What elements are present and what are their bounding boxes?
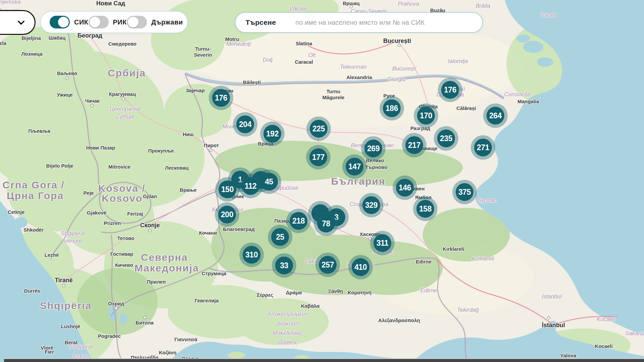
toggle-track[interactable] xyxy=(127,16,147,28)
cluster-marker[interactable]: 204 xyxy=(236,116,254,133)
cluster-count: 147 xyxy=(348,162,361,171)
cluster-count: 112 xyxy=(245,182,257,191)
layer-toggle[interactable]: РИК xyxy=(89,16,127,28)
cluster-count: 3 xyxy=(334,213,338,222)
toggle-knob xyxy=(90,17,100,27)
cluster-count: 192 xyxy=(266,129,279,138)
toggle-track[interactable] xyxy=(89,16,109,28)
toggle-knob xyxy=(128,17,139,27)
cluster-marker[interactable]: 329 xyxy=(363,196,380,214)
cluster-count: 158 xyxy=(419,204,432,214)
cluster-marker[interactable]: 269 xyxy=(365,140,382,158)
cluster-count: 176 xyxy=(444,85,457,95)
cluster-marker[interactable]: 375 xyxy=(456,183,474,201)
layer-toggle-bar: СИК РИК Държави xyxy=(40,11,188,33)
toggle-track[interactable] xyxy=(50,16,70,28)
cluster-count: 186 xyxy=(386,104,398,113)
layer-toggle[interactable]: СИК xyxy=(50,16,89,28)
cluster-count: 176 xyxy=(215,94,227,103)
search-label: Търсене xyxy=(246,18,276,26)
bottom-edge-bar xyxy=(4,358,644,362)
cluster-marker[interactable]: 311 xyxy=(374,234,391,252)
cluster-marker[interactable]: 257 xyxy=(319,256,337,274)
cluster-marker[interactable]: 177 xyxy=(310,148,327,166)
cluster-marker[interactable]: 146 xyxy=(396,179,414,197)
cluster-marker[interactable]: 264 xyxy=(487,107,504,125)
cluster-count: 200 xyxy=(221,210,233,219)
search-input[interactable] xyxy=(295,18,477,27)
cluster-marker[interactable]: 45 xyxy=(260,173,278,191)
cluster-count: 45 xyxy=(265,177,273,186)
cluster-marker[interactable]: 217 xyxy=(406,136,423,154)
cluster-count: 170 xyxy=(420,111,432,120)
cluster-count: 310 xyxy=(246,250,258,259)
cluster-count: 146 xyxy=(399,183,411,192)
cluster-marker[interactable]: 78 xyxy=(317,215,335,233)
cluster-count: 410 xyxy=(355,263,367,272)
cluster-marker[interactable]: 112 xyxy=(242,177,260,195)
cluster-marker[interactable]: 410 xyxy=(352,258,370,276)
cluster-marker[interactable]: 150 xyxy=(219,181,236,198)
cluster-count: 269 xyxy=(367,144,380,153)
cluster-count: 257 xyxy=(322,260,334,269)
cluster-marker[interactable]: 200 xyxy=(218,206,236,224)
cluster-count: 204 xyxy=(239,120,252,129)
cluster-marker[interactable]: 225 xyxy=(310,120,328,138)
cluster-count: 311 xyxy=(376,239,388,248)
cluster-marker[interactable]: 192 xyxy=(264,125,281,143)
cluster-marker[interactable]: 271 xyxy=(474,139,492,157)
chevron-down-icon xyxy=(16,18,26,27)
cluster-count: 218 xyxy=(292,217,305,226)
cluster-marker[interactable]: 310 xyxy=(243,246,261,264)
cluster-marker[interactable]: 170 xyxy=(417,107,435,125)
cluster-count: 271 xyxy=(477,143,489,152)
layer-dropdown-button[interactable] xyxy=(0,10,36,35)
cluster-count: 177 xyxy=(312,153,325,162)
cluster-count: 1 xyxy=(238,175,242,184)
cluster-marker[interactable]: 176 xyxy=(441,81,459,99)
cluster-marker[interactable]: 218 xyxy=(290,212,308,230)
cluster-count: 329 xyxy=(365,201,378,210)
search-bar[interactable]: Търсене xyxy=(235,12,483,33)
cluster-count: 25 xyxy=(276,233,284,242)
cluster-count: 225 xyxy=(313,124,325,133)
cluster-count: 78 xyxy=(322,219,330,228)
cluster-marker[interactable]: 33 xyxy=(275,257,293,275)
cluster-marker[interactable]: 235 xyxy=(437,130,455,147)
cluster-marker[interactable]: 147 xyxy=(346,158,364,176)
cluster-count: 375 xyxy=(459,188,471,197)
layer-toggle[interactable]: Държави xyxy=(127,16,183,28)
toggle-label: СИК xyxy=(74,18,89,26)
toggle-label: РИК xyxy=(113,18,127,26)
toggle-knob xyxy=(58,17,69,27)
cluster-marker[interactable]: 25 xyxy=(271,228,289,246)
cluster-markers: 176 204 192 225 177 147 186 176 170 264 … xyxy=(0,0,644,362)
cluster-marker[interactable]: 176 xyxy=(212,89,230,107)
cluster-marker[interactable]: 186 xyxy=(383,100,401,117)
cluster-marker[interactable]: 158 xyxy=(417,200,434,218)
cluster-count: 150 xyxy=(221,185,234,194)
cluster-count: 33 xyxy=(280,261,288,270)
cluster-count: 235 xyxy=(440,134,452,143)
cluster-count: 217 xyxy=(408,141,421,150)
map-app: СрбијаБългарияCrna Gora /Црна ГораKosova… xyxy=(0,0,644,362)
toggle-label: Държави xyxy=(151,18,183,26)
cluster-count: 264 xyxy=(489,111,502,120)
